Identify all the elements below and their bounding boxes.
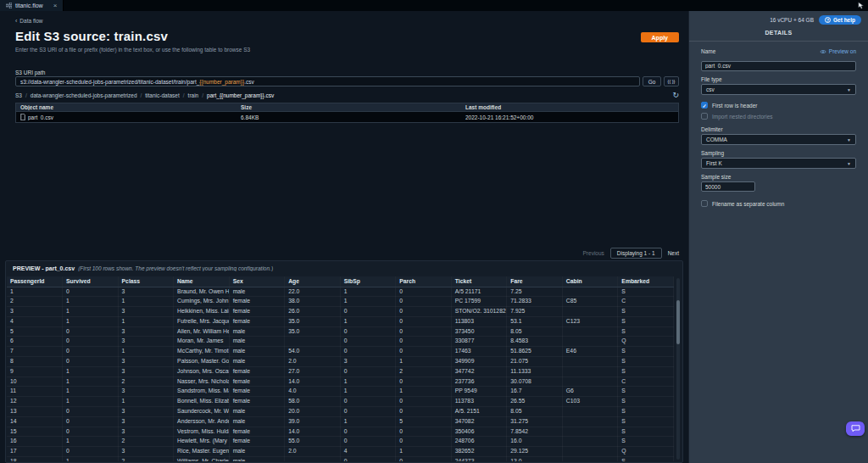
- s3-object-table: Object name Size Last modified part_0.cs…: [15, 103, 679, 123]
- delimiter-select[interactable]: COMMA ▼: [701, 134, 856, 145]
- filename-column-checkbox[interactable]: [701, 200, 708, 207]
- refresh-icon[interactable]: ↻: [672, 91, 679, 99]
- uri-suffix-text: .csv: [244, 79, 254, 85]
- preview-row: 1703Rice, Master. Eugenemale2.0413826522…: [7, 447, 674, 457]
- preview-cell: 13.0: [507, 457, 563, 461]
- preview-toggle-label: Preview on: [829, 48, 856, 54]
- parameters-button[interactable]: {{ }}: [664, 76, 679, 86]
- preview-cell: 71.2833: [507, 297, 563, 307]
- s3-uri-label: S3 URI path: [15, 70, 45, 75]
- preview-cell: male: [229, 326, 285, 337]
- s3-object-table-header: Object name Size Last modified: [15, 103, 679, 112]
- preview-cell: 14.0: [285, 427, 341, 437]
- preview-cell: 1: [63, 457, 119, 461]
- sampling-value: First K: [706, 160, 722, 166]
- preview-cell: Braund, Mr. Owen Harris: [174, 287, 230, 297]
- preview-row: 1812Williams, Mr. Charles Eu...male00244…: [7, 457, 674, 461]
- preview-cell: female: [229, 437, 285, 447]
- s3-uri-input[interactable]: s3://data-wrangler-scheduled-jobs-parame…: [15, 76, 640, 86]
- close-icon[interactable]: ×: [53, 2, 58, 9]
- preview-cell: 4: [340, 447, 396, 457]
- name-input[interactable]: [701, 61, 856, 71]
- preview-cell: C85: [562, 297, 618, 307]
- preview-cell: male: [229, 357, 285, 367]
- preview-cell: C: [618, 297, 674, 307]
- breadcrumb-item[interactable]: titanic-dataset: [145, 92, 179, 98]
- preview-cell: 22.0: [285, 287, 341, 297]
- next-button[interactable]: Next: [668, 250, 679, 256]
- preview-cell: 16: [7, 437, 63, 447]
- preview-cell: PC 17599: [451, 297, 507, 307]
- sample-size-input[interactable]: [701, 181, 755, 192]
- preview-cell: 4.0: [285, 387, 341, 397]
- preview-row: 503Allen, Mr. William Henrymale35.000373…: [7, 326, 674, 337]
- previous-button: Previous: [583, 250, 604, 256]
- preview-cell: 0: [63, 337, 119, 347]
- preview-header: PREVIEW - part_0.csv (First 100 rows sho…: [13, 265, 674, 271]
- preview-cell: S: [618, 347, 674, 357]
- preview-cell: female: [229, 397, 285, 407]
- preview-cell: S: [618, 326, 674, 337]
- delimiter-value: COMMA: [706, 137, 727, 142]
- tab-titanic-flow[interactable]: titanic.flow ×: [0, 0, 64, 11]
- file-type-select[interactable]: csv ▼: [701, 84, 856, 95]
- breadcrumb-item[interactable]: part_{{number_param}}.csv: [207, 92, 274, 98]
- first-row-header-checkbox[interactable]: ✓: [701, 102, 708, 109]
- preview-cell: [562, 457, 618, 461]
- preview-cell: 0: [340, 347, 396, 357]
- preview-cell: 0: [396, 407, 452, 417]
- preview-row: 1403Andersson, Mr. Anders J...male39.015…: [7, 416, 674, 427]
- preview-cell: [285, 337, 341, 347]
- breadcrumb-item[interactable]: train: [188, 92, 199, 98]
- preview-cell: 0: [396, 316, 452, 326]
- preview-column-header: Fare: [507, 276, 563, 287]
- preview-cell: female: [229, 297, 285, 307]
- preview-cell: S: [618, 307, 674, 317]
- preview-toggle[interactable]: Preview on: [820, 48, 856, 54]
- go-button[interactable]: Go: [643, 76, 661, 86]
- apply-button[interactable]: Apply: [641, 32, 679, 42]
- sampling-select[interactable]: First K ▼: [701, 158, 856, 169]
- preview-cell: C123: [562, 316, 618, 326]
- preview-cell: [562, 437, 618, 447]
- preview-cell: 0: [63, 357, 119, 367]
- preview-scrollbar[interactable]: [676, 278, 680, 460]
- preview-cell: 16.7: [507, 387, 563, 397]
- preview-cell: 16.0: [507, 437, 563, 447]
- scrollbar-thumb[interactable]: [676, 300, 680, 344]
- breadcrumb-item[interactable]: data-wrangler-scheduled-jobs-parametrize…: [31, 92, 137, 98]
- s3-object-row[interactable]: part_0.csv 6.84KB 2022-10-21 16:21:52+00…: [15, 112, 679, 123]
- preview-cell: 30.0708: [507, 377, 563, 387]
- preview-cell: 0: [63, 287, 119, 297]
- preview-cell: 11: [7, 387, 63, 397]
- chat-button[interactable]: [846, 421, 865, 436]
- back-to-data-flow-link[interactable]: ‹ Data flow: [15, 18, 42, 24]
- get-help-button[interactable]: ? Get help: [819, 15, 861, 25]
- preview-cell: 1: [340, 287, 396, 297]
- preview-cell: 3: [118, 337, 174, 347]
- preview-cell: 0: [396, 287, 452, 297]
- preview-cell: 347742: [451, 366, 507, 377]
- preview-row: 1503Vestrom, Miss. Hulda A...female14.00…: [7, 427, 674, 437]
- preview-row: 1012Nasser, Mrs. Nicholas (A...female14.…: [7, 377, 674, 387]
- preview-cell: 26.55: [507, 397, 563, 407]
- preview-cell: Q: [618, 447, 674, 457]
- preview-cell: male: [229, 447, 285, 457]
- preview-cell: Andersson, Mr. Anders J...: [174, 416, 230, 427]
- preview-cell: [562, 357, 618, 367]
- preview-cell: 0: [396, 347, 452, 357]
- breadcrumb-item[interactable]: S3: [15, 92, 22, 98]
- preview-cell: 1: [118, 347, 174, 357]
- preview-cell: 8: [7, 357, 63, 367]
- pagination-status: Displaying 1 - 1: [610, 248, 662, 259]
- preview-cell: 7.8542: [507, 427, 563, 437]
- preview-cell: 15: [7, 427, 63, 437]
- preview-cell: 3: [118, 447, 174, 457]
- preview-cell: 1: [118, 397, 174, 407]
- preview-cell: 1: [340, 416, 396, 427]
- preview-cell: 0: [396, 397, 452, 407]
- preview-cell: 349909: [451, 357, 507, 367]
- page-subtitle: Enter the S3 URI of a file or prefix (fo…: [15, 47, 250, 53]
- instance-type-label: 16 vCPU + 64 GB: [770, 17, 814, 23]
- preview-cell: 0: [63, 427, 119, 437]
